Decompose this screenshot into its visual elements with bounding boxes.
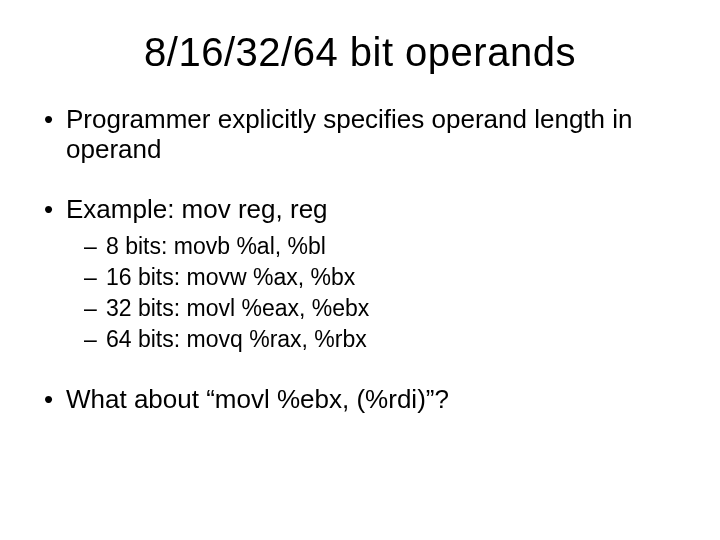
sub-bullet-item: 16 bits: movw %ax, %bx [84, 262, 680, 293]
bullet-item: Programmer explicitly specifies operand … [40, 105, 680, 165]
slide: 8/16/32/64 bit operands Programmer expli… [0, 0, 720, 540]
sub-bullet-text: 64 bits: movq %rax, %rbx [106, 326, 367, 352]
sub-bullet-item: 64 bits: movq %rax, %rbx [84, 324, 680, 355]
sub-bullet-item: 8 bits: movb %al, %bl [84, 231, 680, 262]
sub-bullet-item: 32 bits: movl %eax, %ebx [84, 293, 680, 324]
bullet-text: What about “movl %ebx, (%rdi)”? [66, 384, 449, 414]
sub-bullet-text: 8 bits: movb %al, %bl [106, 233, 326, 259]
bullet-item: What about “movl %ebx, (%rdi)”? [40, 385, 680, 415]
sub-bullet-text: 16 bits: movw %ax, %bx [106, 264, 355, 290]
slide-title: 8/16/32/64 bit operands [40, 30, 680, 75]
bullet-text: Example: mov reg, reg [66, 194, 328, 224]
bullet-text: Programmer explicitly specifies operand … [66, 104, 633, 164]
sub-bullet-text: 32 bits: movl %eax, %ebx [106, 295, 369, 321]
bullet-list: Programmer explicitly specifies operand … [40, 105, 680, 415]
bullet-item: Example: mov reg, reg 8 bits: movb %al, … [40, 195, 680, 355]
sub-bullet-list: 8 bits: movb %al, %bl 16 bits: movw %ax,… [84, 231, 680, 355]
